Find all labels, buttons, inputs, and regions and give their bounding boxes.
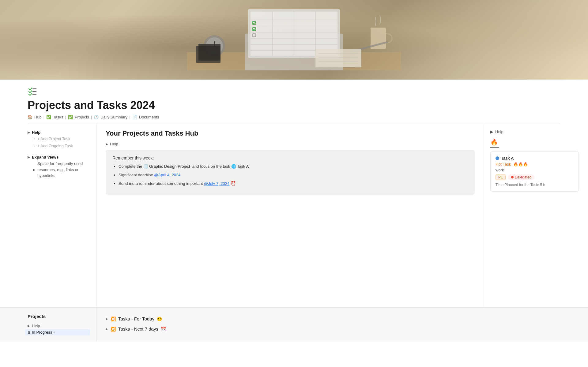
task-work-label: work bbox=[496, 168, 574, 172]
right-sidebar: ▶ Help 🔥 Task A Hot Task 🔥🔥🔥 work P1 Del… bbox=[484, 123, 588, 307]
board-icon: ⊞ bbox=[28, 330, 31, 335]
delegated-dot-icon bbox=[511, 176, 514, 178]
project-help[interactable]: ▶ Help bbox=[28, 323, 90, 329]
add-project-task-button[interactable]: + + Add Project Task bbox=[28, 135, 90, 142]
fire-tab[interactable]: 🔥 bbox=[490, 138, 499, 148]
tasks-for-today-row[interactable]: ▶ 🔀 Tasks - For Today 🙂 bbox=[106, 314, 579, 324]
in-progress-label: In Progress bbox=[32, 330, 52, 335]
tag-p1[interactable]: P1 bbox=[496, 174, 506, 180]
projects-title: Projects bbox=[28, 314, 90, 319]
space-arrow-icon: ▶ bbox=[33, 168, 36, 171]
center-help-arrow-icon: ▶ bbox=[106, 142, 108, 146]
add-ongoing-task-button[interactable]: + + Add Ongoing Task bbox=[28, 142, 90, 149]
callout-box: Remember this week: Complete the 🗒️ Grap… bbox=[106, 150, 475, 195]
callout-item-2: Significant deadline @April 4, 2024 bbox=[119, 172, 468, 178]
right-help-label: Help bbox=[495, 129, 503, 134]
tasks-next-7-days-label: Tasks - Next 7 days bbox=[118, 326, 158, 331]
page-link-text: Graphic Design Project bbox=[149, 163, 190, 170]
project-help-label: Help bbox=[32, 324, 40, 328]
svg-rect-22 bbox=[198, 44, 221, 61]
task-a-text: Task A bbox=[237, 163, 249, 170]
hero-image bbox=[0, 0, 588, 80]
clock-icon: ⏰ bbox=[231, 181, 236, 186]
week-emoji: 📅 bbox=[161, 327, 166, 331]
callout-heading: Remember this week: bbox=[112, 155, 468, 160]
project-in-progress[interactable]: ⊞ In Progress ▾ bbox=[25, 329, 90, 335]
graphic-design-page-link[interactable]: 🗒️ Graphic Design Project bbox=[143, 163, 190, 170]
task-dot-icon bbox=[496, 156, 499, 160]
help-arrow-icon: ▶ bbox=[28, 131, 30, 134]
task-card: Task A Hot Task 🔥🔥🔥 work P1 Delegated Ti… bbox=[490, 151, 579, 192]
tasks-next-7-days-row[interactable]: ▶ 🔀 Tasks - Next 7 days 📅 bbox=[106, 324, 579, 334]
breadcrumb-icon-projects: ✅ bbox=[68, 115, 73, 119]
breadcrumb-daily-summary[interactable]: Daily Summary bbox=[100, 115, 127, 119]
april-mention[interactable]: @April 4, 2024 bbox=[154, 173, 180, 177]
tasks-for-today-label: Tasks - For Today bbox=[118, 316, 154, 321]
tag-delegated[interactable]: Delegated bbox=[508, 174, 535, 180]
center-help-label: Help bbox=[110, 142, 118, 146]
task-a-icon: 🌐 bbox=[231, 163, 236, 170]
right-help-arrow-icon: ▶ bbox=[490, 129, 493, 134]
task-time: Time Planned for the Task: 5 h bbox=[496, 183, 574, 187]
hub-heading: Your Projects and Tasks Hub bbox=[106, 129, 475, 137]
week-sort-icon: 🔀 bbox=[111, 327, 116, 331]
projects-panel: Projects ▶ Help ⊞ In Progress ▾ bbox=[0, 308, 96, 342]
today-arrow-icon: ▶ bbox=[106, 317, 108, 320]
callout-item-1: Complete the 🗒️ Graphic Design Project a… bbox=[119, 163, 468, 170]
page-title: Projects and Tasks 2024 bbox=[28, 99, 560, 112]
breadcrumb-icon-tasks: ✅ bbox=[46, 115, 51, 119]
chevron-down-icon[interactable]: ▾ bbox=[53, 331, 55, 334]
expand-views-arrow-icon: ▶ bbox=[28, 155, 30, 159]
project-help-arrow-icon: ▶ bbox=[28, 324, 30, 328]
fire-icon: 🔥 bbox=[490, 139, 498, 145]
breadcrumb-icon-daily: 🕐 bbox=[94, 115, 99, 119]
july-mention[interactable]: @July 7, 2024 bbox=[204, 181, 229, 186]
breadcrumb: 🏠 Hub | ✅ Tasks | ✅ Projects | 🕐 Daily S… bbox=[28, 115, 560, 123]
sidebar-help-label: Help bbox=[32, 130, 40, 135]
page-link-icon: 🗒️ bbox=[143, 163, 148, 170]
hot-task-label: Hot Task bbox=[496, 162, 511, 167]
callout-item-3: Send me a reminder about something impor… bbox=[119, 180, 468, 187]
expand-views-label: Expand Views bbox=[32, 155, 58, 159]
task-card-title-row: Task A bbox=[496, 156, 574, 161]
sidebar-help-toggle[interactable]: ▶ Help bbox=[28, 129, 90, 135]
bottom-section: Projects ▶ Help ⊞ In Progress ▾ ▶ 🔀 Task… bbox=[0, 307, 588, 342]
task-a-link[interactable]: 🌐 Task A bbox=[231, 163, 249, 170]
breadcrumb-hub[interactable]: Hub bbox=[34, 115, 42, 119]
breadcrumb-projects[interactable]: Projects bbox=[75, 115, 89, 119]
task-title: Task A bbox=[501, 156, 514, 161]
today-sort-icon: 🔀 bbox=[111, 316, 116, 321]
task-tags: P1 Delegated bbox=[496, 174, 574, 180]
svg-rect-24 bbox=[315, 49, 361, 67]
breadcrumb-documents[interactable]: Documents bbox=[139, 115, 159, 119]
right-help-toggle[interactable]: ▶ Help bbox=[490, 129, 579, 134]
page-header: Projects and Tasks 2024 🏠 Hub | ✅ Tasks … bbox=[0, 80, 588, 123]
breadcrumb-icon-hub: 🏠 bbox=[28, 115, 32, 119]
sidebar-space-toggle[interactable]: ▶ Space for frequently used resources, e… bbox=[33, 160, 90, 179]
left-sidebar: ▶ Help + + Add Project Task + + Add Ongo… bbox=[0, 123, 96, 307]
breadcrumb-tasks[interactable]: Tasks bbox=[53, 115, 63, 119]
hero-laptop-svg bbox=[187, 3, 401, 70]
callout-list: Complete the 🗒️ Graphic Design Project a… bbox=[112, 163, 468, 187]
sidebar-section-help: ▶ Help + + Add Project Task + + Add Ongo… bbox=[28, 129, 90, 149]
center-help-toggle[interactable]: ▶ Help bbox=[106, 142, 475, 146]
sidebar-expand-views-toggle[interactable]: ▶ Expand Views bbox=[28, 154, 90, 160]
breadcrumb-icon-documents: 📄 bbox=[132, 115, 137, 119]
add-project-task-icon: + bbox=[33, 137, 36, 141]
add-ongoing-task-icon: + bbox=[33, 144, 36, 148]
expand-views-subtext: Space for frequently used resources, e.g… bbox=[37, 161, 90, 179]
task-hot-row: Hot Task 🔥🔥🔥 bbox=[496, 162, 574, 167]
main-layout: ▶ Help + + Add Project Task + + Add Ongo… bbox=[0, 123, 588, 307]
week-arrow-icon: ▶ bbox=[106, 327, 108, 331]
today-emoji: 🙂 bbox=[157, 316, 162, 321]
tasks-panel: ▶ 🔀 Tasks - For Today 🙂 ▶ 🔀 Tasks - Next… bbox=[96, 308, 588, 342]
sidebar-section-expand-views: ▶ Expand Views ▶ Space for frequently us… bbox=[28, 154, 90, 179]
center-content: Your Projects and Tasks Hub ▶ Help Remem… bbox=[96, 123, 484, 307]
page-icon bbox=[28, 86, 560, 98]
hot-fires: 🔥🔥🔥 bbox=[513, 162, 528, 167]
